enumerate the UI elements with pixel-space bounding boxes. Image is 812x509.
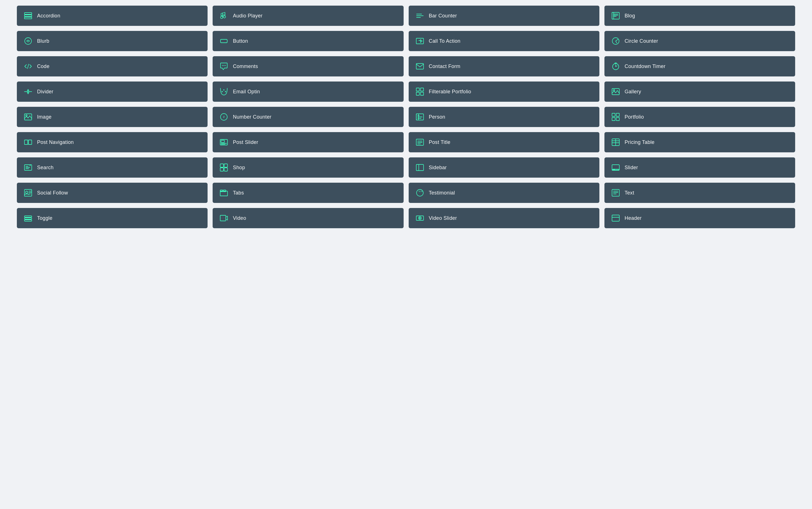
svg-rect-75 — [612, 165, 619, 170]
widget-slider[interactable]: Slider — [604, 158, 795, 178]
svg-rect-52 — [616, 117, 619, 121]
filterable-portfolio-icon — [415, 87, 425, 97]
svg-rect-16 — [220, 39, 227, 43]
widget-email-optin[interactable]: Email Optin — [213, 81, 403, 102]
widget-gallery[interactable]: Gallery — [604, 81, 795, 102]
audio-player-label: Audio Player — [233, 13, 263, 19]
svg-point-15 — [25, 38, 32, 44]
svg-rect-1 — [25, 15, 32, 16]
svg-marker-101 — [419, 217, 421, 219]
widget-sidebar[interactable]: Sidebar — [409, 158, 599, 178]
blog-icon — [611, 11, 621, 21]
svg-rect-70 — [224, 164, 227, 167]
svg-rect-102 — [612, 215, 619, 221]
widget-header[interactable]: Header — [604, 208, 795, 228]
image-label: Image — [37, 114, 52, 120]
widget-circle-counter[interactable]: Circle Counter — [604, 31, 795, 51]
svg-rect-94 — [25, 216, 32, 217]
widget-blog[interactable]: Blog — [604, 6, 795, 26]
svg-rect-14 — [612, 12, 614, 19]
post-slider-label: Post Slider — [233, 139, 258, 145]
accordion-label: Accordion — [37, 13, 61, 19]
svg-text:": " — [418, 190, 420, 196]
code-icon — [23, 61, 33, 71]
widget-button[interactable]: Button — [213, 31, 403, 51]
toggle-label: Toggle — [37, 215, 52, 221]
image-icon — [23, 112, 33, 122]
widget-shop[interactable]: Shop — [213, 158, 403, 178]
svg-rect-17 — [416, 38, 423, 44]
widget-image[interactable]: Image — [17, 107, 208, 127]
svg-rect-85 — [220, 190, 223, 192]
widget-pricing-table[interactable]: Pricing Table — [604, 132, 795, 152]
svg-rect-71 — [220, 168, 224, 171]
svg-rect-53 — [25, 140, 28, 144]
widget-code[interactable]: Code — [17, 56, 208, 76]
widget-accordion[interactable]: Accordion — [17, 6, 208, 26]
widget-divider[interactable]: Divider — [17, 81, 208, 102]
comments-label: Comments — [233, 64, 258, 69]
social-follow-icon — [23, 188, 33, 198]
bar-counter-label: Bar Counter — [429, 13, 457, 19]
search-label: Search — [37, 165, 53, 171]
pricing-table-icon — [611, 137, 621, 147]
email-optin-icon — [219, 87, 229, 97]
call-to-action-icon — [415, 36, 425, 46]
widget-post-title[interactable]: Post Title — [409, 132, 599, 152]
widget-bar-counter[interactable]: Bar Counter — [409, 6, 599, 26]
circle-counter-icon — [611, 36, 621, 46]
widget-video[interactable]: Video — [213, 208, 403, 228]
widget-post-navigation[interactable]: Post Navigation — [17, 132, 208, 152]
svg-rect-95 — [25, 218, 32, 219]
svg-rect-97 — [220, 215, 226, 221]
widget-filterable-portfolio[interactable]: Filterable Portfolio — [409, 81, 599, 102]
slider-label: Slider — [625, 165, 638, 171]
widget-tabs[interactable]: Tabs — [213, 183, 403, 203]
widget-contact-form[interactable]: Contact Form — [409, 56, 599, 76]
contact-form-icon — [415, 61, 425, 71]
widget-grid: Accordion Audio Player Bar Counter Blog … — [17, 6, 795, 228]
svg-point-23 — [222, 65, 223, 66]
widget-search[interactable]: Search — [17, 158, 208, 178]
toggle-icon — [23, 213, 33, 223]
post-slider-icon — [219, 137, 229, 147]
svg-rect-90 — [612, 190, 619, 196]
gallery-icon — [611, 87, 621, 97]
svg-point-33 — [225, 91, 226, 92]
widget-comments[interactable]: Comments — [213, 56, 403, 76]
search-icon — [23, 163, 33, 173]
widget-testimonial[interactable]: "" Testimonial — [409, 183, 599, 203]
svg-point-39 — [613, 90, 615, 91]
divider-icon — [23, 87, 33, 97]
widget-countdown-timer[interactable]: Countdown Timer — [604, 56, 795, 76]
svg-point-79 — [26, 191, 28, 193]
svg-rect-96 — [25, 220, 32, 221]
blurb-icon — [23, 36, 33, 46]
widget-toggle[interactable]: Toggle — [17, 208, 208, 228]
call-to-action-label: Call To Action — [429, 38, 460, 44]
post-title-icon — [415, 137, 425, 147]
divider-label: Divider — [37, 89, 53, 95]
widget-audio-player[interactable]: Audio Player — [213, 6, 403, 26]
svg-point-24 — [224, 65, 224, 66]
button-icon — [219, 36, 229, 46]
widget-person[interactable]: Person — [409, 107, 599, 127]
countdown-timer-label: Countdown Timer — [625, 64, 666, 69]
widget-social-follow[interactable]: Social Follow — [17, 183, 208, 203]
widget-blurb[interactable]: Blurb — [17, 31, 208, 51]
widget-post-slider[interactable]: Post Slider — [213, 132, 403, 152]
widget-video-slider[interactable]: Video Slider — [409, 208, 599, 228]
svg-text:#: # — [223, 115, 225, 118]
shop-label: Shop — [233, 165, 245, 171]
widget-call-to-action[interactable]: Call To Action — [409, 31, 599, 51]
widget-number-counter[interactable]: # Number Counter — [213, 107, 403, 127]
widget-portfolio[interactable]: Portfolio — [604, 107, 795, 127]
svg-rect-50 — [616, 113, 619, 116]
header-icon — [611, 213, 621, 223]
testimonial-label: Testimonial — [429, 190, 455, 196]
widget-text[interactable]: Text — [604, 183, 795, 203]
svg-rect-69 — [220, 164, 224, 167]
svg-rect-54 — [28, 140, 32, 144]
svg-point-3 — [220, 16, 223, 19]
svg-text:": " — [421, 190, 423, 196]
